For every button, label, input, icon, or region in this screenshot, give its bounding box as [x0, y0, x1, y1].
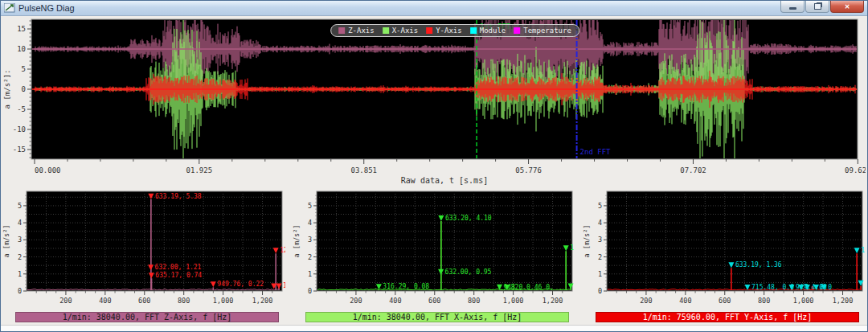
- svg-text:949.76, 0.22: 949.76, 0.22: [217, 281, 264, 288]
- window-resize-strip: [1, 325, 867, 332]
- cursor-label-1: 1st FFT: [480, 23, 511, 31]
- fft-ylabel: a [m/s²]: [2, 225, 10, 258]
- svg-text:09.627: 09.627: [845, 166, 866, 174]
- restore-button[interactable]: [805, 1, 829, 13]
- svg-text:600: 600: [138, 297, 150, 305]
- app-icon: [4, 3, 15, 13]
- raw-data-chart[interactable]: 1st FFT2nd FFT00.00001.92503.85105.77607…: [1, 18, 866, 185]
- svg-text:07.702: 07.702: [680, 166, 706, 174]
- minimize-icon: [789, 7, 796, 10]
- fft-z-panel: 633.19, 5.38632.00, 1.21635.17, 0.74949.…: [2, 188, 285, 322]
- app-window: PulseNG Diag ✕ 1st FFT2nd FFT00.00001.92…: [0, 0, 868, 332]
- svg-text:-15: -15: [13, 146, 26, 154]
- svg-text:2: 2: [18, 253, 22, 261]
- svg-text:4: 4: [18, 219, 22, 227]
- svg-text:635.17, 0.74: 635.17, 0.74: [155, 272, 202, 279]
- svg-text:5: 5: [18, 202, 22, 210]
- svg-text:0: 0: [18, 287, 22, 295]
- svg-text:820.0.46 0.: 820.0.46 0.: [511, 284, 554, 291]
- svg-text:5: 5: [308, 202, 312, 210]
- fft-y-panel: 633.19, 1.36715.48, 0.0949.14.098.012004…: [583, 188, 866, 322]
- window-title: PulseNG Diag: [18, 3, 780, 13]
- fft-y-footer: 1/min: 75960.00, FFT Y-Axis, f [Hz]: [596, 312, 859, 322]
- svg-text:0: 0: [22, 85, 26, 93]
- close-button[interactable]: ✕: [830, 1, 864, 13]
- svg-text:1: 1: [283, 282, 285, 289]
- svg-text:4: 4: [598, 219, 602, 227]
- svg-text:3: 3: [598, 236, 602, 244]
- fft-ylabel: a [m/s²]: [293, 225, 301, 258]
- main-content: 1st FFT2nd FFT00.00001.92503.85105.77607…: [1, 18, 867, 332]
- svg-text:633.20, 4.10: 633.20, 4.10: [445, 215, 492, 222]
- svg-text:632.00, 1.21: 632.00, 1.21: [155, 264, 202, 271]
- svg-text:200: 200: [350, 297, 362, 305]
- svg-text:2: 2: [598, 253, 602, 261]
- fft-ylabel: a [m/s²]: [583, 225, 591, 258]
- svg-text:-5: -5: [17, 105, 26, 113]
- svg-text:633.19, 5.38: 633.19, 5.38: [155, 193, 202, 200]
- svg-text:1,000: 1,000: [213, 297, 234, 305]
- svg-text:5: 5: [22, 65, 26, 73]
- svg-text:400: 400: [389, 297, 401, 305]
- window-controls: ✕: [780, 1, 864, 15]
- svg-text:00.000: 00.000: [35, 166, 61, 174]
- title-bar[interactable]: PulseNG Diag ✕: [1, 1, 867, 16]
- fft-z-footer: 1/min: 38040.00, FFT Z-Axis, f [Hz]: [15, 312, 279, 322]
- svg-text:12: 12: [280, 247, 285, 254]
- svg-text:2: 2: [308, 253, 312, 261]
- svg-text:200: 200: [59, 297, 72, 305]
- fft-row: 633.19, 5.38632.00, 1.21635.17, 0.74949.…: [1, 188, 867, 322]
- svg-text:715.48, 0.0: 715.48, 0.0: [751, 284, 794, 291]
- fft-plot-area: [317, 191, 572, 291]
- svg-text:5: 5: [598, 202, 602, 210]
- svg-text:3: 3: [308, 236, 312, 244]
- svg-text:0: 0: [308, 287, 312, 295]
- svg-text:1: 1: [570, 244, 574, 252]
- fft-y-chart[interactable]: 633.19, 1.36715.48, 0.0949.14.098.012004…: [583, 188, 866, 310]
- fft-x-chart[interactable]: 633.20, 4.10632.00, 0.95316.29, 0.089438…: [293, 188, 575, 310]
- svg-text:600: 600: [428, 297, 440, 305]
- svg-text:632.00, 0.95: 632.00, 0.95: [445, 268, 492, 276]
- raw-xlabel: Raw data, t [s.ms]: [401, 176, 488, 185]
- raw-chart-panel: 1st FFT2nd FFT00.00001.92503.85105.77607…: [1, 18, 867, 185]
- svg-text:3: 3: [18, 236, 22, 244]
- fft-plot-area: [27, 191, 282, 291]
- cursor-label-2: 2nd FFT: [580, 148, 612, 156]
- svg-text:03.851: 03.851: [350, 166, 377, 174]
- svg-text:800: 800: [468, 297, 480, 305]
- svg-text:800: 800: [758, 297, 770, 305]
- svg-text:15: 15: [17, 25, 26, 33]
- svg-text:800: 800: [178, 297, 190, 305]
- svg-text:1: 1: [861, 247, 865, 254]
- raw-ylabel: a [m/s²]:: [3, 70, 11, 109]
- svg-text:01.925: 01.925: [186, 166, 213, 174]
- restore-icon: [814, 3, 821, 10]
- svg-text:600: 600: [719, 297, 731, 305]
- svg-text:400: 400: [679, 297, 691, 305]
- svg-text:400: 400: [99, 297, 111, 305]
- svg-text:1: 1: [598, 270, 602, 278]
- svg-text:1: 1: [18, 270, 22, 278]
- svg-text:0: 0: [598, 287, 602, 295]
- svg-text:-10: -10: [13, 125, 26, 133]
- svg-text:1,000: 1,000: [793, 297, 814, 305]
- minimize-button[interactable]: [780, 1, 805, 13]
- fft-x-panel: 633.20, 4.10632.00, 0.95316.29, 0.089438…: [293, 188, 575, 322]
- svg-text:633.19, 1.36: 633.19, 1.36: [735, 261, 782, 268]
- fft-x-footer: 1/min: 38040.00, FFT X-Axis, f [Hz]: [305, 312, 569, 322]
- svg-text:4: 4: [308, 219, 312, 227]
- fft-plot-area: [607, 191, 862, 291]
- svg-text:1,000: 1,000: [503, 297, 524, 305]
- svg-text:1,200: 1,200: [252, 297, 273, 305]
- svg-text:1,200: 1,200: [833, 297, 854, 305]
- fft-z-chart[interactable]: 633.19, 5.38632.00, 1.21635.17, 0.74949.…: [2, 188, 285, 310]
- close-icon: ✕: [845, 3, 850, 10]
- svg-text:316.29, 0.08: 316.29, 0.08: [383, 283, 429, 290]
- svg-text:10: 10: [17, 45, 26, 53]
- svg-text:1,200: 1,200: [542, 297, 563, 305]
- svg-text:1: 1: [308, 270, 312, 278]
- svg-text:200: 200: [640, 297, 652, 305]
- svg-text:05.776: 05.776: [515, 166, 542, 174]
